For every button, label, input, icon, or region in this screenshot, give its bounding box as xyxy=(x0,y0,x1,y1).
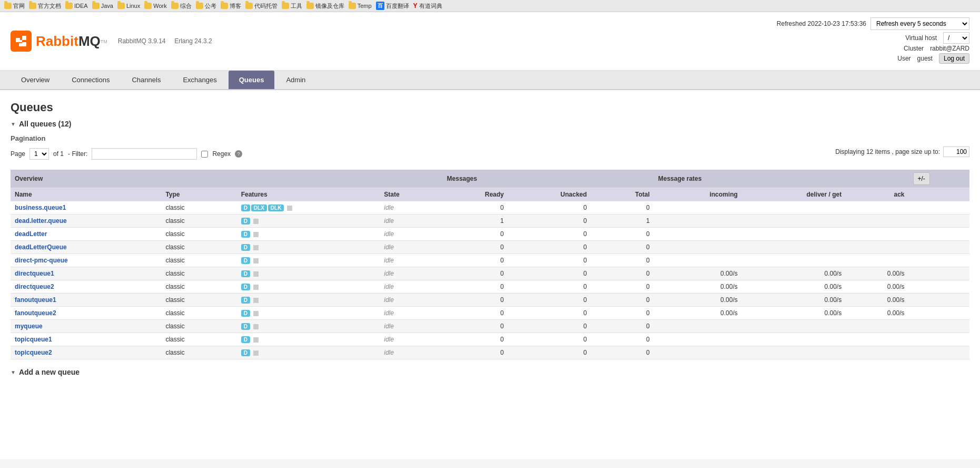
queue-type: classic xyxy=(161,241,236,254)
page-select[interactable]: 1 xyxy=(29,148,49,160)
virtual-host-select[interactable]: / xyxy=(943,32,969,44)
queue-name-link[interactable]: dead.letter.queue xyxy=(15,217,67,225)
col-header-deliver-get: deliver / get xyxy=(742,188,846,201)
queue-incoming: 0.00/s xyxy=(654,280,742,294)
col-header-name: Name xyxy=(11,188,161,201)
help-icon[interactable]: ? xyxy=(235,150,242,158)
bookmark-mirrors[interactable]: 镜像及仓库 xyxy=(306,2,344,10)
cluster-value: rabbit@ZARD xyxy=(930,45,969,52)
queue-incoming xyxy=(654,241,742,254)
queue-incoming: 0.00/s xyxy=(654,307,742,320)
queue-deliver-get: 0.00/s xyxy=(742,267,846,280)
bookmark-work[interactable]: Work xyxy=(144,3,166,9)
add-queue-section[interactable]: ▼ Add a new queue xyxy=(11,368,969,376)
queue-state: idle xyxy=(380,201,442,214)
bookmark-gongkao[interactable]: 公考 xyxy=(196,2,216,10)
bookmark-label: 百度翻译 xyxy=(386,2,409,10)
queue-total: 0 xyxy=(591,201,654,214)
queue-name-link[interactable]: deadLetterQueue xyxy=(15,243,67,251)
folder-icon xyxy=(92,3,100,9)
queue-incoming xyxy=(654,333,742,346)
queue-deliver-get xyxy=(742,254,846,267)
queue-incoming xyxy=(654,346,742,359)
queue-features: D xyxy=(237,294,380,307)
user-label: User xyxy=(897,55,910,62)
cluster-row: Cluster rabbit@ZARD xyxy=(777,45,969,52)
page-size-input[interactable]: 100 xyxy=(943,147,969,157)
queue-total: 0 xyxy=(591,294,654,307)
queue-name-link[interactable]: direct-pmc-queue xyxy=(15,257,68,264)
queue-name-link[interactable]: deadLetter xyxy=(15,230,47,238)
table-row: fanoutqueue1classicDidle0000.00/s0.00/s0… xyxy=(11,294,969,307)
feature-badge-d: D xyxy=(241,284,250,290)
queue-name-link[interactable]: myqueue xyxy=(15,323,43,330)
queue-unacked: 0 xyxy=(508,307,591,320)
queue-total: 0 xyxy=(591,228,654,241)
bookmark-coderepo[interactable]: 代码托管 xyxy=(245,2,278,10)
bookmark-java[interactable]: Java xyxy=(92,3,113,9)
bookmark-guanwang[interactable]: 官网 xyxy=(4,2,25,10)
nav-queues[interactable]: Queues xyxy=(229,71,275,89)
col-header-features: Features xyxy=(237,188,380,201)
queue-name-link[interactable]: business.queue1 xyxy=(15,204,66,211)
queue-unacked: 0 xyxy=(508,294,591,307)
filter-input[interactable] xyxy=(92,148,197,160)
regex-label[interactable]: Regex xyxy=(212,150,231,158)
svg-rect-3 xyxy=(22,42,26,46)
bookmark-baidu-translate[interactable]: 百 百度翻译 xyxy=(376,2,409,10)
logout-button[interactable]: Log out xyxy=(939,53,969,64)
queue-ready: 1 xyxy=(443,214,508,228)
col-empty xyxy=(909,214,969,228)
header-right: Refreshed 2022-10-23 17:53:36 Refresh ev… xyxy=(777,17,969,65)
bookmark-zonghe[interactable]: 综合 xyxy=(171,2,192,10)
user-row: User guest Log out xyxy=(777,53,969,64)
folder-icon xyxy=(65,3,73,9)
refresh-interval-select[interactable]: Refresh every 5 seconds Refresh every 10… xyxy=(870,17,969,30)
col-empty xyxy=(909,346,969,359)
nav-overview[interactable]: Overview xyxy=(11,71,60,89)
table-row: deadLetterQueueclassicDidle000 xyxy=(11,241,969,254)
page-title: Queues xyxy=(11,101,969,114)
queue-state: idle xyxy=(380,320,442,333)
queue-name-link[interactable]: fanoutqueue2 xyxy=(15,309,56,317)
queue-ack xyxy=(846,241,908,254)
queue-ack xyxy=(846,346,908,359)
queue-state: idle xyxy=(380,294,442,307)
bookmark-youdao[interactable]: Y 有道词典 xyxy=(413,2,442,10)
nav-exchanges[interactable]: Exchanges xyxy=(172,71,227,89)
bookmark-boke[interactable]: 博客 xyxy=(221,2,241,10)
bookmark-idea[interactable]: IDEA xyxy=(65,3,88,9)
regex-checkbox[interactable] xyxy=(201,151,208,158)
nav-admin[interactable]: Admin xyxy=(275,71,316,89)
bookmark-linux[interactable]: Linux xyxy=(117,3,140,9)
queue-state: idle xyxy=(380,241,442,254)
queue-name-link[interactable]: fanoutqueue1 xyxy=(15,296,56,304)
plus-minus-header[interactable]: +/- xyxy=(909,170,969,188)
table-row: business.queue1classicDDLXDLKidle000 xyxy=(11,201,969,214)
queue-ack: 0.00/s xyxy=(846,280,908,294)
nav-connections[interactable]: Connections xyxy=(61,71,120,89)
feature-badge-d: D xyxy=(241,310,250,317)
plus-minus-button[interactable]: +/- xyxy=(913,172,930,185)
queue-incoming: 0.00/s xyxy=(654,294,742,307)
feature-badge-d: D xyxy=(241,231,250,238)
queue-state: idle xyxy=(380,280,442,294)
rabbitmq-logo-icon xyxy=(11,31,32,52)
all-queues-section-header[interactable]: ▼ All queues (12) xyxy=(11,120,969,128)
bookmark-tools[interactable]: 工具 xyxy=(282,2,302,10)
queue-name-link[interactable]: directqueue1 xyxy=(15,270,54,277)
queue-name-link[interactable]: topicqueue2 xyxy=(15,349,52,356)
message-rates-group-header: Message rates xyxy=(654,170,909,188)
feature-badge-d: D xyxy=(241,336,250,343)
queue-deliver-get xyxy=(742,333,846,346)
feature-badge-d: D xyxy=(241,218,250,225)
bookmark-temp[interactable]: Temp xyxy=(349,3,372,9)
queue-ready: 0 xyxy=(443,254,508,267)
queue-total: 0 xyxy=(591,280,654,294)
col-empty xyxy=(909,280,969,294)
queue-name-link[interactable]: topicqueue1 xyxy=(15,336,52,343)
nav-channels[interactable]: Channels xyxy=(121,71,171,89)
bookmark-guanfangwendang[interactable]: 官方文档 xyxy=(29,2,61,10)
queue-name-link[interactable]: directqueue2 xyxy=(15,283,54,290)
queue-incoming xyxy=(654,320,742,333)
